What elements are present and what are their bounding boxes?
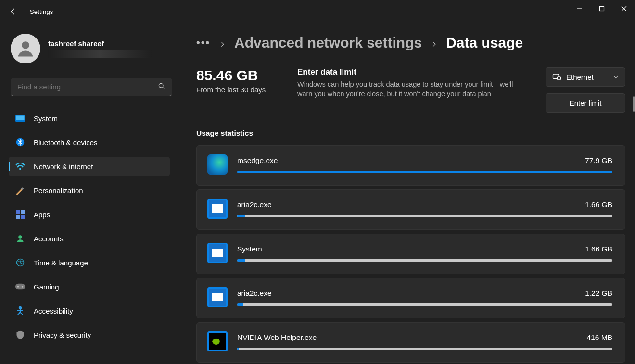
sidebar-item-network-internet[interactable]: Network & internet [9, 157, 170, 176]
app-name: aria2c.exe [237, 201, 272, 209]
sidebar-item-icon [15, 113, 25, 123]
svg-rect-19 [15, 284, 25, 290]
chevron-right-icon [219, 35, 226, 51]
search-icon [158, 82, 165, 92]
sidebar-item-icon [15, 258, 25, 267]
sidebar-item-label: System [34, 114, 58, 123]
sidebar-item-personalization[interactable]: Personalization [9, 181, 170, 200]
svg-point-22 [19, 306, 22, 309]
data-limit-info: Enter data limit Windows can help you tr… [297, 67, 529, 99]
sidebar-item-label: Privacy & security [34, 331, 91, 339]
usage-row-body: aria2c.exe1.66 GB [237, 201, 612, 217]
app-usage-value: 1.66 GB [585, 201, 612, 209]
usage-row-body: aria2c.exe1.22 GB [237, 289, 612, 306]
sidebar-item-icon [15, 330, 25, 339]
minimize-icon [577, 6, 583, 12]
sidebar-item-icon [15, 282, 25, 291]
sidebar-item-label: Time & language [34, 259, 88, 267]
breadcrumb-previous[interactable]: Advanced network settings [234, 35, 422, 51]
app-name: System [237, 245, 262, 253]
usage-row[interactable]: NVIDIA Web Helper.exe416 MB [196, 322, 625, 363]
svg-rect-13 [21, 210, 25, 214]
usage-bar [237, 171, 612, 173]
sidebar-item-privacy-security[interactable]: Privacy & security [9, 325, 170, 344]
total-usage: 85.46 GB From the last 30 days [196, 67, 281, 94]
sidebar-nav: SystemBluetooth & devicesNetwork & inter… [9, 109, 174, 349]
search-box[interactable] [11, 78, 172, 96]
sidebar-item-gaming[interactable]: Gaming [9, 277, 170, 296]
user-profile[interactable]: tashreef shareef [9, 32, 174, 70]
app-name: NVIDIA Web Helper.exe [237, 333, 317, 342]
sidebar-item-system[interactable]: System [9, 109, 170, 128]
sidebar-item-icon [15, 138, 25, 147]
sidebar-item-accessibility[interactable]: Accessibility [9, 301, 170, 320]
user-info: tashreef shareef [48, 39, 152, 58]
sidebar-item-label: Gaming [34, 283, 59, 291]
svg-point-20 [17, 286, 19, 288]
svg-line-6 [163, 87, 164, 88]
chevron-right-icon [431, 35, 437, 51]
sidebar-item-apps[interactable]: Apps [9, 205, 170, 224]
usage-row[interactable]: aria2c.exe1.22 GB [196, 278, 625, 318]
usage-row-body: msedge.exe77.9 GB [237, 156, 612, 173]
user-name: tashreef shareef [48, 39, 152, 48]
app-usage-value: 1.22 GB [585, 289, 612, 298]
back-button[interactable] [9, 7, 27, 16]
sidebar-item-label: Bluetooth & devices [34, 138, 98, 147]
scroll-indicator[interactable] [633, 96, 635, 112]
usage-bar [237, 348, 612, 350]
connection-label: Ethernet [566, 73, 594, 81]
app-usage-value: 1.66 GB [585, 245, 612, 253]
usage-row[interactable]: System1.66 GB [196, 234, 625, 274]
ethernet-icon [552, 72, 561, 82]
maximize-button[interactable] [591, 0, 613, 17]
breadcrumb-current: Data usage [446, 35, 523, 51]
app-name: msedge.exe [237, 156, 278, 165]
sidebar-item-label: Accounts [34, 235, 64, 243]
svg-point-10 [19, 168, 21, 170]
maximize-icon [599, 6, 605, 12]
sidebar-item-icon [15, 210, 25, 219]
window-title: Settings [30, 8, 53, 15]
sidebar-item-icon [15, 234, 25, 243]
usage-row-body: System1.66 GB [237, 245, 612, 262]
svg-rect-15 [21, 215, 25, 219]
user-email-redacted [48, 50, 152, 58]
close-button[interactable] [613, 0, 635, 17]
app-name: aria2c.exe [237, 289, 272, 298]
search-input[interactable] [17, 83, 158, 91]
close-icon [621, 6, 627, 12]
data-limit-title: Enter data limit [297, 67, 529, 77]
breadcrumb-overflow[interactable]: ••• [196, 37, 210, 49]
sidebar-item-label: Personalization [34, 187, 83, 195]
app-icon [207, 154, 228, 175]
minimize-button[interactable] [569, 0, 591, 17]
app-usage-value: 416 MB [587, 333, 612, 342]
app-icon [207, 199, 228, 219]
usage-list: msedge.exe77.9 GBaria2c.exe1.66 GBSystem… [196, 145, 625, 363]
app-icon [207, 331, 228, 351]
sidebar-item-time-language[interactable]: Time & language [9, 253, 170, 272]
usage-bar [237, 303, 612, 306]
connection-select[interactable]: Ethernet [546, 67, 625, 87]
sidebar-item-icon [15, 186, 25, 195]
svg-rect-1 [600, 7, 604, 11]
usage-row[interactable]: aria2c.exe1.66 GB [196, 189, 625, 230]
enter-limit-label: Enter limit [570, 99, 602, 107]
app-icon [207, 243, 228, 263]
arrow-left-icon [9, 7, 17, 16]
svg-point-5 [159, 83, 163, 88]
header-controls: Ethernet Enter limit [546, 67, 625, 113]
svg-point-21 [22, 286, 24, 288]
sidebar-item-label: Accessibility [34, 307, 73, 315]
sidebar-item-accounts[interactable]: Accounts [9, 229, 170, 248]
titlebar: Settings [0, 0, 635, 23]
window-controls [569, 0, 635, 21]
svg-point-16 [18, 235, 22, 239]
usage-row[interactable]: msedge.exe77.9 GB [196, 145, 625, 186]
enter-limit-button[interactable]: Enter limit [546, 93, 625, 113]
sidebar-item-label: Network & internet [34, 163, 93, 171]
svg-point-4 [22, 41, 29, 49]
sidebar-item-bluetooth-devices[interactable]: Bluetooth & devices [9, 133, 170, 152]
avatar [11, 34, 40, 63]
